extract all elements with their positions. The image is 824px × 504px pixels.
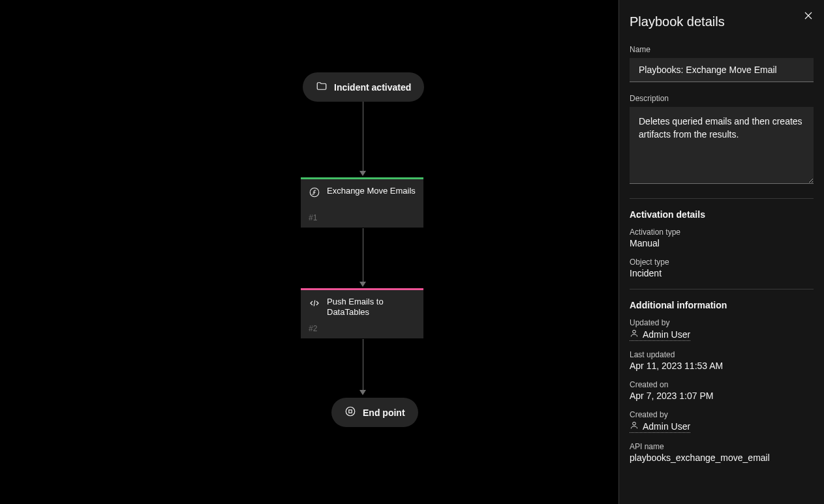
close-icon (803, 10, 814, 23)
svg-rect-2 (349, 410, 352, 413)
activation-type-value: Manual (630, 238, 814, 248)
user-icon (630, 421, 639, 432)
updated-by-value: Admin User (643, 329, 690, 340)
updated-by-label: Updated by (630, 318, 814, 327)
stop-icon (344, 406, 356, 419)
close-button[interactable] (801, 8, 816, 25)
start-node[interactable]: Incident activated (303, 72, 424, 102)
object-type-value: Incident (630, 268, 814, 278)
user-icon (630, 329, 639, 340)
svg-point-3 (633, 330, 636, 333)
object-type-label: Object type (630, 258, 814, 267)
app-root: Incident activated Exchange Move Emails … (0, 0, 824, 504)
api-name-value: playbooks_exchange_move_email (630, 452, 814, 463)
details-panel: Playbook details Name Description Activa… (618, 0, 824, 504)
node-title: Push Emails to DataTables (327, 297, 416, 320)
arrowhead-icon (359, 282, 366, 287)
last-updated-label: Last updated (630, 350, 814, 359)
playbook-canvas[interactable]: Incident activated Exchange Move Emails … (0, 0, 618, 504)
start-node-label: Incident activated (334, 82, 411, 93)
name-input[interactable] (630, 58, 814, 82)
node-push-emails-to-datatables[interactable]: Push Emails to DataTables #2 (301, 288, 423, 338)
description-input[interactable] (630, 107, 814, 184)
created-on-label: Created on (630, 380, 814, 389)
svg-point-4 (633, 422, 636, 425)
created-by-label: Created by (630, 410, 814, 419)
created-on-value: Apr 7, 2023 1:07 PM (630, 391, 814, 401)
function-icon (309, 186, 320, 209)
node-exchange-move-emails[interactable]: Exchange Move Emails #1 (301, 177, 423, 228)
activation-heading: Activation details (630, 209, 814, 220)
folder-icon (316, 80, 328, 94)
node-id: #2 (301, 324, 423, 338)
divider (630, 289, 814, 289)
divider (630, 198, 814, 199)
node-title: Exchange Move Emails (327, 186, 416, 209)
end-node[interactable]: End point (331, 398, 418, 427)
api-name-label: API name (630, 442, 814, 451)
description-label: Description (630, 94, 814, 103)
connector-line (363, 228, 363, 282)
created-by-value: Admin User (643, 421, 690, 432)
created-by-user-link[interactable]: Admin User (630, 421, 690, 433)
connector-line (363, 339, 363, 390)
code-icon (309, 297, 320, 320)
panel-title: Playbook details (630, 14, 725, 29)
activation-type-label: Activation type (630, 228, 814, 237)
additional-heading: Additional information (630, 300, 814, 310)
last-updated-value: Apr 11, 2023 11:53 AM (630, 361, 814, 371)
updated-by-user-link[interactable]: Admin User (630, 329, 690, 341)
svg-point-1 (346, 407, 355, 416)
name-label: Name (630, 45, 814, 54)
node-id: #1 (301, 213, 423, 228)
end-node-label: End point (363, 408, 405, 418)
arrowhead-icon (359, 390, 366, 395)
connector-line (363, 102, 363, 171)
arrowhead-icon (359, 171, 366, 176)
